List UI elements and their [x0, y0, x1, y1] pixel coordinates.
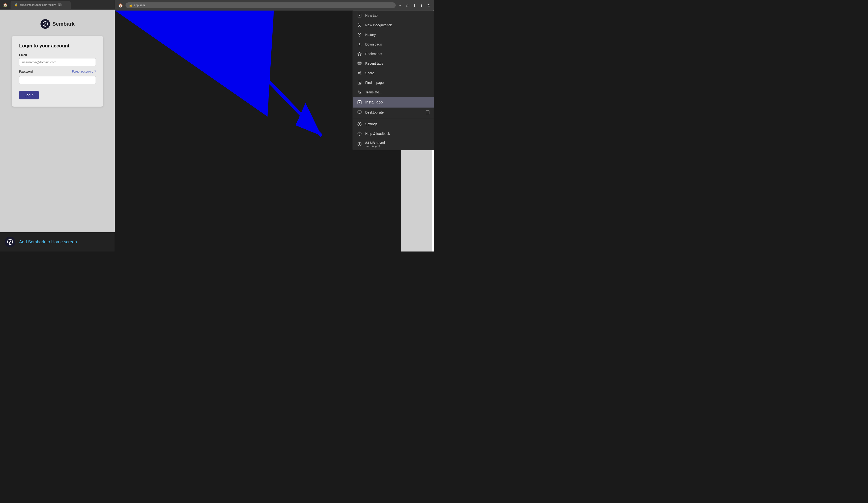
svg-point-16	[360, 71, 361, 73]
menu-label-bookmarks: Bookmarks	[365, 52, 430, 56]
menu-item-incognito[interactable]: New Incognito tab	[353, 20, 434, 30]
svg-point-17	[358, 73, 359, 74]
menu-item-downloads[interactable]: Downloads	[353, 40, 434, 49]
url-display-right: app.semi	[134, 3, 146, 7]
recent-tabs-icon	[357, 61, 362, 66]
svg-point-18	[360, 74, 361, 75]
help-icon	[357, 131, 362, 136]
logo-icon	[41, 19, 50, 29]
menu-label-recent-tabs: Recent tabs	[365, 62, 430, 65]
svg-point-32	[359, 124, 360, 125]
login-button[interactable]: Login	[19, 91, 39, 100]
menu-label-incognito: New Incognito tab	[365, 23, 430, 27]
desktop-site-checkbox[interactable]	[426, 111, 430, 114]
settings-icon	[357, 122, 362, 126]
home-icon-right[interactable]: 🏠	[117, 2, 124, 9]
mb-saved-since: since Aug 11	[365, 145, 385, 147]
banner-text: Add Sembark to Home screen	[19, 239, 115, 245]
install-app-icon	[357, 100, 362, 105]
mb-saved-text: 84 MB saved	[365, 141, 385, 145]
page-content-left: Sembark Login to your account Email Pass…	[0, 10, 115, 252]
address-bar-right[interactable]: 🔒 app.semi	[125, 2, 396, 8]
menu-item-new-tab[interactable]: New tab	[353, 11, 434, 20]
content-row: Login to you Email username@do Password …	[115, 11, 434, 252]
menu-label-desktop-site: Desktop site	[365, 111, 422, 114]
menu-label-settings: Settings	[365, 122, 430, 126]
svg-line-19	[359, 73, 360, 74]
menu-item-settings[interactable]: Settings	[353, 119, 434, 129]
bookmark-icon[interactable]: ☆	[404, 2, 410, 8]
menu-item-recent-tabs[interactable]: Recent tabs	[353, 59, 434, 68]
sembark-logo: Sembark	[41, 19, 75, 29]
svg-marker-2	[115, 11, 274, 117]
menu-label-share: Share…	[365, 71, 430, 75]
menu-item-install-app[interactable]: Install app	[353, 97, 434, 107]
menu-label-help: Help & feedback	[365, 132, 430, 136]
svg-marker-13	[358, 52, 361, 55]
find-icon	[357, 80, 362, 85]
tab-count-badge: 3	[58, 3, 62, 6]
mb-saved-info: 84 MB saved since Aug 11	[365, 141, 385, 147]
info-icon[interactable]: ℹ	[418, 2, 424, 8]
browser-left: 🏠 🔒 app.sembark.com/login?next=/ 3 ⋮	[0, 0, 115, 252]
tab-url: app.sembark.com/login?next=/	[20, 3, 56, 6]
svg-rect-15	[358, 62, 361, 63]
download-icon[interactable]: ⬇	[412, 2, 417, 8]
svg-rect-29	[358, 111, 361, 113]
menu-item-translate[interactable]: Translate…	[353, 88, 434, 97]
history-icon	[357, 32, 362, 37]
bookmarks-icon	[357, 51, 362, 56]
menu-item-help[interactable]: Help & feedback	[353, 129, 434, 138]
svg-point-9	[359, 24, 360, 25]
menu-item-share[interactable]: Share…	[353, 68, 434, 78]
menu-item-bookmarks[interactable]: Bookmarks	[353, 49, 434, 59]
translate-icon	[357, 90, 362, 95]
mb-saved-icon	[357, 142, 362, 146]
downloads-icon	[357, 42, 362, 47]
tab-item[interactable]: 🔒 app.sembark.com/login?next=/ 3 ⋮	[11, 1, 71, 9]
menu-item-history[interactable]: History	[353, 30, 434, 40]
email-label: Email	[19, 53, 96, 57]
install-app-label: Install app	[365, 100, 383, 104]
banner-logo-icon	[5, 237, 16, 247]
lock-icon-right: 🔒	[129, 3, 133, 7]
add-to-home-banner: Add Sembark to Home screen ×	[0, 232, 115, 252]
sembark-login-page: Sembark Login to your account Email Pass…	[0, 10, 115, 252]
login-title: Login to your account	[19, 43, 96, 49]
forward-icon[interactable]: →	[397, 2, 403, 8]
svg-line-25	[361, 84, 361, 84]
menu-label-history: History	[365, 33, 430, 37]
refresh-icon[interactable]: ↻	[426, 2, 432, 8]
new-tab-icon	[357, 13, 362, 18]
menu-label-downloads: Downloads	[365, 42, 430, 46]
browser-header-right: 🏠 🔒 app.semi → ☆ ⬇ ℹ ↻	[115, 0, 434, 11]
email-input[interactable]	[19, 58, 96, 66]
desktop-site-icon	[357, 110, 362, 115]
logo-text: Sembark	[52, 21, 75, 27]
menu-item-find[interactable]: Find in page	[353, 78, 434, 88]
forgot-password-link[interactable]: Forgot password ?	[72, 70, 96, 73]
svg-point-24	[360, 83, 361, 84]
incognito-icon	[357, 23, 362, 28]
menu-label-find: Find in page	[365, 81, 430, 84]
login-card: Login to your account Email Password For…	[12, 36, 103, 106]
svg-line-20	[359, 72, 360, 73]
right-section: 🏠 🔒 app.semi → ☆ ⬇ ℹ ↻	[115, 0, 434, 252]
chrome-context-menu: New tab New Incognito tab History	[353, 11, 434, 150]
svg-line-3	[251, 63, 321, 136]
menu-item-desktop-site[interactable]: Desktop site	[353, 107, 434, 117]
menu-label-translate: Translate…	[365, 90, 430, 94]
home-icon[interactable]: 🏠	[2, 1, 9, 8]
more-options-icon[interactable]: ⋮	[63, 3, 67, 7]
browser-window: 🏠 🔒 app.sembark.com/login?next=/ 3 ⋮	[0, 0, 434, 252]
password-label: Password	[19, 70, 33, 73]
tab-bar-left: 🏠 🔒 app.sembark.com/login?next=/ 3 ⋮	[0, 0, 115, 10]
share-icon	[357, 71, 362, 75]
menu-item-mb-saved: 84 MB saved since Aug 11	[353, 138, 434, 150]
menu-label-new-tab: New tab	[365, 14, 430, 18]
password-input[interactable]	[19, 76, 96, 84]
password-row: Password Forgot password ?	[19, 70, 96, 73]
